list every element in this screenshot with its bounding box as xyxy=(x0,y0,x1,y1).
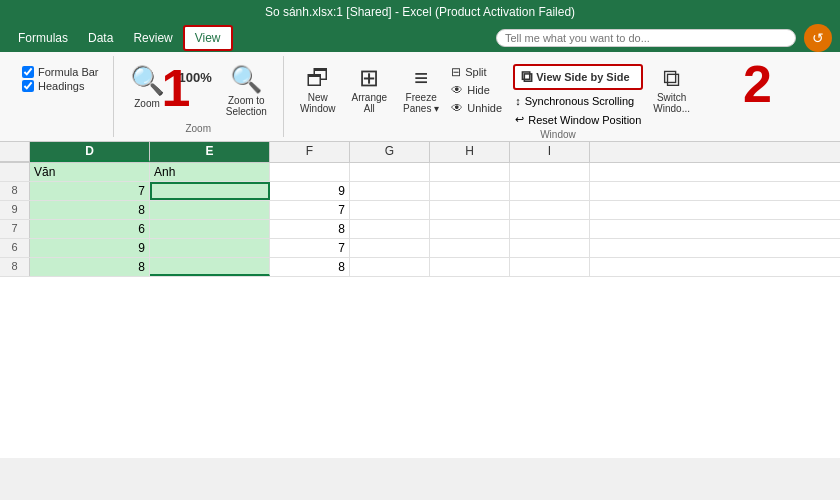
zoom-100-button[interactable]: 100% xyxy=(173,60,218,89)
col-header-i[interactable]: I xyxy=(510,142,590,162)
cell-f5[interactable]: 7 xyxy=(270,239,350,257)
cell-g1[interactable] xyxy=(350,163,430,181)
zoom-to-selection-label: Zoom toSelection xyxy=(226,95,267,117)
new-window-button[interactable]: 🗗 NewWindow xyxy=(294,60,342,118)
cell-i1[interactable] xyxy=(510,163,590,181)
cell-e1[interactable]: Anh xyxy=(150,163,270,181)
hide-label: Hide xyxy=(467,84,490,96)
cell-h6[interactable] xyxy=(430,258,510,276)
unhide-label: Unhide xyxy=(467,102,502,114)
row-num: 6 xyxy=(0,239,30,257)
reset-icon: ↩ xyxy=(515,113,524,126)
cell-i5[interactable] xyxy=(510,239,590,257)
col-header-d[interactable]: D xyxy=(30,142,150,162)
column-header-row: D E F G H I xyxy=(0,142,840,163)
row-num: 7 xyxy=(0,220,30,238)
zoom-button[interactable]: 🔍 Zoom xyxy=(124,60,171,113)
menu-data[interactable]: Data xyxy=(78,27,123,49)
view-side-icon: ⧉ xyxy=(521,68,532,86)
hide-button[interactable]: 👁 Hide xyxy=(449,82,509,98)
cell-e4[interactable] xyxy=(150,220,270,238)
row-num: 9 xyxy=(0,201,30,219)
corner-cell xyxy=(0,142,30,162)
freeze-panes-button[interactable]: ≡ FreezePanes ▾ xyxy=(397,60,445,118)
sync-label: Synchronous Scrolling xyxy=(525,95,634,107)
cell-e5[interactable] xyxy=(150,239,270,257)
table-row: 6 9 7 xyxy=(0,239,840,258)
reset-label: Reset Window Position xyxy=(528,114,641,126)
new-window-icon: 🗗 xyxy=(306,64,330,92)
cell-f3[interactable]: 7 xyxy=(270,201,350,219)
cell-d1[interactable]: Văn xyxy=(30,163,150,181)
new-window-label: NewWindow xyxy=(300,92,336,114)
headings-check[interactable]: Headings xyxy=(22,80,99,92)
cell-d6[interactable]: 8 xyxy=(30,258,150,276)
office-refresh-icon[interactable]: ↺ xyxy=(804,24,832,52)
menu-bar: Formulas Data Review View ↺ xyxy=(0,24,840,52)
zoom-to-selection-button[interactable]: 🔍 Zoom toSelection xyxy=(220,60,273,121)
cell-d5[interactable]: 9 xyxy=(30,239,150,257)
split-label: Split xyxy=(465,66,486,78)
cell-i4[interactable] xyxy=(510,220,590,238)
view-side-label: View Side by Side xyxy=(536,71,629,83)
table-row: 7 6 8 xyxy=(0,220,840,239)
title-bar: So sánh.xlsx:1 [Shared] - Excel (Product… xyxy=(0,0,840,24)
arrange-label: ArrangeAll xyxy=(352,92,388,114)
show-checks: Formula Bar Headings xyxy=(18,60,103,98)
unhide-button[interactable]: 👁 Unhide xyxy=(449,100,509,116)
ribbon-show-group: Formula Bar Headings xyxy=(8,56,114,137)
zoom-selection-icon: 🔍 xyxy=(230,64,262,95)
cell-h5[interactable] xyxy=(430,239,510,257)
ribbon: Formula Bar Headings 🔍 Zoom 100% xyxy=(0,52,840,142)
zoom-icon: 🔍 xyxy=(130,64,165,98)
cell-h1[interactable] xyxy=(430,163,510,181)
col-header-e[interactable]: E xyxy=(150,142,270,162)
table-row: 8 8 8 xyxy=(0,258,840,277)
cell-d4[interactable]: 6 xyxy=(30,220,150,238)
cell-h3[interactable] xyxy=(430,201,510,219)
cell-g4[interactable] xyxy=(350,220,430,238)
cell-f6[interactable]: 8 xyxy=(270,258,350,276)
col-header-h[interactable]: H xyxy=(430,142,510,162)
menu-view[interactable]: View xyxy=(183,25,233,51)
window-group-label: Window xyxy=(540,127,576,140)
freeze-label: FreezePanes ▾ xyxy=(403,92,439,114)
cell-f2[interactable]: 9 xyxy=(270,182,350,200)
zoom-group-label: Zoom xyxy=(185,121,211,134)
split-icon: ⊟ xyxy=(451,65,461,79)
switch-windows-button[interactable]: ⧉ SwitchWindo... xyxy=(647,60,696,118)
cell-g2[interactable] xyxy=(350,182,430,200)
row-num: 8 xyxy=(0,258,30,276)
split-button[interactable]: ⊟ Split xyxy=(449,64,509,80)
menu-formulas[interactable]: Formulas xyxy=(8,27,78,49)
cell-f4[interactable]: 8 xyxy=(270,220,350,238)
arrange-icon: ⊞ xyxy=(359,64,379,92)
cell-e6[interactable] xyxy=(150,258,270,276)
row-num xyxy=(0,163,30,181)
title-text: So sánh.xlsx:1 [Shared] - Excel (Product… xyxy=(265,5,575,19)
cell-i2[interactable] xyxy=(510,182,590,200)
arrange-all-button[interactable]: ⊞ ArrangeAll xyxy=(346,60,394,118)
col-header-f[interactable]: F xyxy=(270,142,350,162)
cell-g5[interactable] xyxy=(350,239,430,257)
hide-icon: 👁 xyxy=(451,83,463,97)
view-side-by-side-button[interactable]: ⧉ View Side by Side xyxy=(513,64,643,90)
cell-f1[interactable] xyxy=(270,163,350,181)
cell-h2[interactable] xyxy=(430,182,510,200)
cell-e3[interactable] xyxy=(150,201,270,219)
cell-i6[interactable] xyxy=(510,258,590,276)
reset-window-button[interactable]: ↩ Reset Window Position xyxy=(513,112,643,127)
col-header-g[interactable]: G xyxy=(350,142,430,162)
search-input[interactable] xyxy=(496,29,796,47)
cell-d3[interactable]: 8 xyxy=(30,201,150,219)
cell-g3[interactable] xyxy=(350,201,430,219)
formula-bar-check[interactable]: Formula Bar xyxy=(22,66,99,78)
sync-scrolling-button[interactable]: ↕ Synchronous Scrolling xyxy=(513,94,643,108)
menu-review[interactable]: Review xyxy=(123,27,182,49)
cell-g6[interactable] xyxy=(350,258,430,276)
cell-d2[interactable]: 7 xyxy=(30,182,150,200)
cell-h4[interactable] xyxy=(430,220,510,238)
cell-e2[interactable] xyxy=(150,182,270,200)
switch-icon: ⧉ xyxy=(663,64,680,92)
cell-i3[interactable] xyxy=(510,201,590,219)
